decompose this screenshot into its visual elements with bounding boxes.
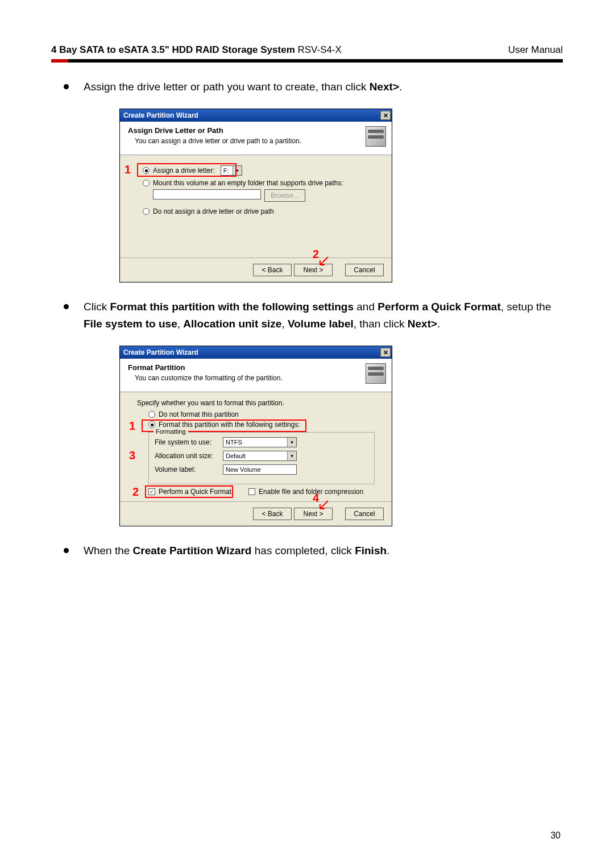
bullet-text: Assign the drive letter or path you want… (84, 78, 402, 95)
radio-icon (148, 411, 155, 418)
callout-1: 1 (129, 420, 135, 433)
bullet-icon (64, 304, 69, 309)
specify-text: Specify whether you want to format this … (137, 399, 375, 407)
compression-checkbox[interactable] (248, 488, 255, 495)
header-right: User Manual (508, 44, 563, 56)
dropdown-value: F: (221, 167, 233, 174)
dropdown-value: NTFS (223, 439, 244, 446)
back-button[interactable]: < Back (253, 508, 292, 520)
bullet-text: When the Create Partition Wizard has com… (84, 542, 389, 559)
radio-label: Mount this volume at an empty folder tha… (153, 179, 343, 187)
wizard-footer: 2 < Back Next > Cancel (120, 258, 392, 282)
next-button[interactable]: Next > (294, 508, 333, 520)
radio-label: Do not format this partition (159, 410, 239, 418)
callout-2: 2 (313, 248, 319, 261)
formatting-group: Formatting File system to use: NTFS ▼ Al… (148, 432, 375, 484)
chevron-down-icon: ▼ (287, 438, 296, 447)
bullet-item: When the Create Partition Wizard has com… (64, 542, 563, 559)
bullet-icon (64, 84, 69, 89)
back-button[interactable]: < Back (253, 264, 292, 276)
chevron-down-icon: ▼ (233, 166, 242, 175)
dialog-format-partition: Create Partition Wizard ✕ Format Partiti… (119, 346, 392, 526)
quick-format-checkbox[interactable] (148, 488, 155, 495)
close-icon[interactable]: ✕ (380, 111, 391, 120)
next-button[interactable]: Next > (294, 264, 333, 276)
callout-4: 4 (313, 492, 319, 505)
volume-label-label: Volume label: (155, 466, 223, 474)
dialog-assign-drive: Create Partition Wizard ✕ Assign Drive L… (119, 109, 392, 283)
callout-3: 3 (129, 449, 135, 462)
group-legend: Formatting (154, 428, 188, 435)
header-rule (51, 59, 563, 63)
bullet-item: Assign the drive letter or path you want… (64, 78, 563, 95)
radio-no-format[interactable]: Do not format this partition (148, 410, 375, 418)
allocation-label: Allocation unit size: (155, 452, 223, 460)
drive-letter-dropdown[interactable]: F: ▼ (221, 165, 242, 176)
wizard-title: Assign Drive Letter or Path (128, 126, 366, 135)
allocation-dropdown[interactable]: Default ▼ (223, 451, 297, 461)
header-title-model: RSV-S4-X (295, 44, 342, 55)
hdd-icon (366, 126, 386, 147)
radio-icon (143, 180, 150, 186)
dropdown-value: Default (223, 452, 248, 459)
volume-label-input[interactable]: New Volume (223, 464, 297, 475)
hdd-icon (366, 363, 386, 384)
radio-label: Assign a drive letter: (153, 167, 215, 175)
wizard-body: 1 Assign a drive letter: F: ▼ Mount this… (120, 155, 392, 258)
radio-icon (148, 421, 155, 428)
quick-format-label: Perform a Quick Format (159, 488, 231, 496)
callout-1: 1 (125, 163, 131, 176)
wizard-header: Assign Drive Letter or Path You can assi… (120, 122, 392, 155)
close-icon[interactable]: ✕ (380, 348, 391, 357)
header-title-bold: 4 Bay SATA to eSATA 3.5" HDD RAID Storag… (51, 44, 295, 55)
mount-path-input[interactable] (153, 189, 261, 200)
browse-button[interactable]: Browse... (264, 189, 305, 202)
cancel-button[interactable]: Cancel (345, 508, 384, 520)
bullet-text: Click Format this partition with the fol… (84, 298, 563, 332)
wizard-subtitle: You can assign a drive letter or drive p… (128, 137, 366, 145)
volume-label-row: Volume label: New Volume (155, 464, 368, 475)
radio-icon (143, 208, 150, 215)
titlebar-text: Create Partition Wizard (123, 348, 198, 356)
doc-header: 4 Bay SATA to eSATA 3.5" HDD RAID Storag… (51, 44, 563, 56)
radio-no-assign[interactable]: Do not assign a drive letter or drive pa… (143, 207, 375, 215)
wizard-title: Format Partition (128, 363, 366, 372)
wizard-body: Specify whether you want to format this … (120, 392, 392, 501)
bullet-icon (64, 548, 69, 553)
radio-icon (143, 167, 150, 174)
file-system-row: File system to use: NTFS ▼ (155, 437, 368, 447)
file-system-dropdown[interactable]: NTFS ▼ (223, 437, 297, 447)
chevron-down-icon: ▼ (287, 451, 296, 460)
radio-assign-letter[interactable]: Assign a drive letter: F: ▼ (143, 165, 375, 176)
allocation-row: Allocation unit size: Default ▼ (155, 451, 368, 461)
wizard-subtitle: You can customize the formatting of the … (128, 374, 366, 382)
header-left: 4 Bay SATA to eSATA 3.5" HDD RAID Storag… (51, 44, 342, 56)
radio-format-with-settings[interactable]: Format this partition with the following… (148, 421, 375, 429)
compression-label: Enable file and folder compression (259, 488, 363, 496)
page-number: 30 (550, 830, 561, 841)
radio-label: Format this partition with the following… (159, 421, 300, 429)
callout-2: 2 (132, 485, 139, 499)
titlebar: Create Partition Wizard ✕ (120, 109, 392, 122)
file-system-label: File system to use: (155, 438, 223, 446)
cancel-button[interactable]: Cancel (345, 264, 384, 276)
radio-mount-folder[interactable]: Mount this volume at an empty folder tha… (143, 179, 375, 187)
wizard-header: Format Partition You can customize the f… (120, 359, 392, 392)
radio-label: Do not assign a drive letter or drive pa… (153, 207, 274, 215)
wizard-footer: 4 < Back Next > Cancel (120, 501, 392, 526)
titlebar-text: Create Partition Wizard (123, 111, 198, 119)
bullet-item: Click Format this partition with the fol… (64, 298, 563, 332)
titlebar: Create Partition Wizard ✕ (120, 346, 392, 359)
